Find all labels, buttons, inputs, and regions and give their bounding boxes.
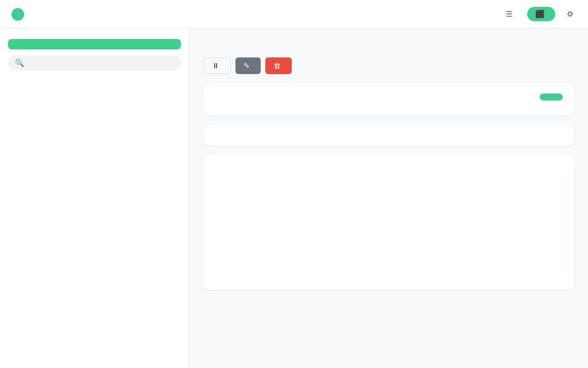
sidebar: 🔍 bbox=[0, 29, 189, 368]
up-badge bbox=[540, 94, 563, 100]
response-chart bbox=[238, 165, 563, 280]
menu-icon: ☰ bbox=[506, 10, 513, 18]
stats-card bbox=[203, 125, 574, 145]
dashboard-nav[interactable]: ⬛ bbox=[527, 7, 555, 21]
logo bbox=[11, 8, 29, 21]
delete-button[interactable]: 🗑 bbox=[265, 57, 292, 74]
sidebar-top: 🔍 bbox=[0, 29, 189, 76]
search-input[interactable] bbox=[28, 59, 174, 67]
chart-container bbox=[238, 165, 563, 280]
search-box: 🔍 bbox=[8, 55, 181, 71]
main-content: ⏸ ✎ 🗑 bbox=[189, 29, 588, 368]
status-page-nav[interactable]: ☰ bbox=[506, 10, 516, 18]
settings-icon: ⚙ bbox=[567, 10, 574, 18]
layout: 🔍 ⏸ ✎ 🗑 bbox=[0, 29, 588, 368]
chart-wrapper bbox=[215, 165, 563, 280]
monitor-list bbox=[0, 76, 189, 368]
uptime-bar-card bbox=[203, 83, 574, 115]
header-nav: ☰ ⬛ ⚙ bbox=[506, 7, 577, 21]
add-monitor-button[interactable] bbox=[8, 39, 181, 49]
uptime-bar-row bbox=[215, 94, 563, 100]
action-bar: ⏸ ✎ 🗑 bbox=[203, 57, 574, 74]
edit-icon: ✎ bbox=[243, 61, 250, 70]
header: ☰ ⬛ ⚙ bbox=[0, 0, 588, 29]
delete-icon: 🗑 bbox=[273, 61, 281, 70]
logo-icon bbox=[11, 8, 24, 21]
search-icon: 🔍 bbox=[15, 59, 24, 67]
edit-button[interactable]: ✎ bbox=[235, 57, 261, 74]
pause-button[interactable]: ⏸ bbox=[203, 57, 231, 74]
dashboard-icon: ⬛ bbox=[535, 10, 544, 18]
settings-nav[interactable]: ⚙ bbox=[567, 10, 577, 18]
pause-icon: ⏸ bbox=[212, 61, 219, 70]
chart-card bbox=[203, 154, 574, 290]
